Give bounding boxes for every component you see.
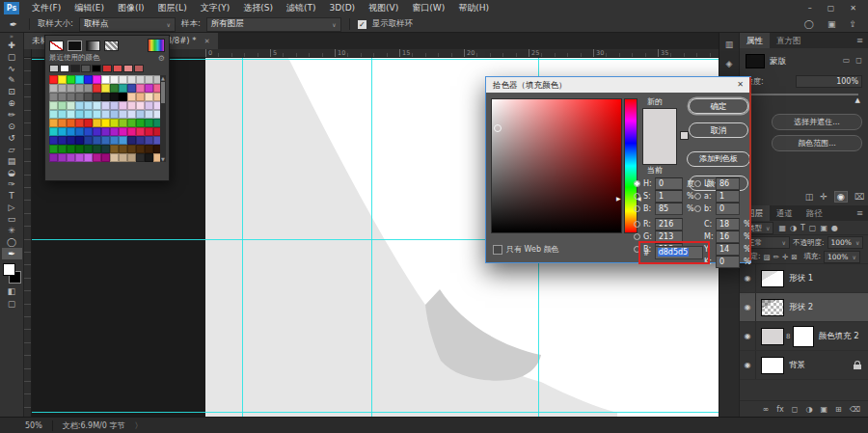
r-field[interactable]: 216 [655, 218, 683, 230]
color-swatch[interactable] [119, 145, 127, 153]
layer-row[interactable]: ◉ 形状 1 [740, 264, 868, 293]
color-swatch[interactable] [49, 75, 58, 84]
color-range-button[interactable]: 颜色范围... [772, 135, 862, 151]
density-value[interactable]: 100% [796, 75, 862, 88]
hue-slider-arrow-left[interactable]: ▶ [616, 195, 621, 202]
zoom-level[interactable]: 50% [25, 421, 42, 430]
color-swatch[interactable] [75, 75, 84, 84]
color-swatch[interactable] [75, 110, 84, 119]
color-swatch[interactable] [136, 75, 145, 84]
filter-shape-icon[interactable]: ▢ [809, 224, 817, 232]
r-radio[interactable] [634, 221, 640, 228]
zoom-tool[interactable]: ◯ [2, 236, 22, 248]
color-swatch[interactable] [84, 136, 93, 145]
clone-stamp-tool[interactable]: ⊙ [2, 121, 22, 132]
menu-item[interactable]: 窗口(W) [405, 0, 451, 16]
color-swatch[interactable] [145, 101, 153, 110]
color-swatch[interactable] [110, 145, 119, 153]
tab-channels[interactable]: 通道 [770, 205, 800, 221]
color-swatch[interactable] [110, 93, 119, 101]
swatch-scrollbar[interactable]: ▲ ▼ [160, 75, 166, 162]
color-swatch[interactable] [145, 145, 153, 153]
color-swatch[interactable] [145, 153, 153, 162]
color-swatch[interactable] [58, 153, 67, 162]
lock-move-icon[interactable]: ✛ [782, 253, 788, 261]
l-field[interactable]: 86 [716, 177, 740, 190]
color-swatch[interactable] [119, 93, 127, 101]
color-swatch[interactable] [110, 127, 119, 136]
visibility-eye-icon[interactable]: ◉ [740, 322, 756, 350]
layer-row[interactable]: ◉ 背景 [740, 351, 868, 380]
color-picker-icon[interactable] [148, 39, 165, 52]
color-swatch[interactable] [127, 127, 136, 136]
layer-thumbnail[interactable] [761, 328, 784, 345]
color-swatch[interactable] [145, 75, 153, 84]
marquee-tool[interactable]: ▢ [2, 51, 22, 63]
layer-thumbnail[interactable] [761, 299, 784, 316]
color-swatch[interactable] [119, 153, 127, 162]
color-swatch[interactable] [84, 93, 93, 101]
layer-group-icon[interactable]: ▣ [820, 405, 827, 414]
density-slider-track[interactable] [746, 94, 858, 95]
lasso-tool[interactable]: ∿ [2, 63, 22, 74]
color-swatch[interactable] [49, 110, 58, 119]
menu-item[interactable]: 选择(S) [236, 0, 280, 16]
layer-name[interactable]: 背景 [789, 360, 805, 371]
layer-row[interactable]: ◉ 形状 2 [740, 293, 868, 322]
color-swatch[interactable] [127, 93, 136, 101]
panel-menu-icon[interactable]: ≡ [856, 36, 868, 45]
filter-adjustment-icon[interactable]: ◑ [790, 224, 797, 232]
tab-histogram[interactable]: 直方图 [770, 33, 808, 48]
adjustment-layer-icon[interactable]: ◑ [805, 405, 812, 414]
color-swatch[interactable] [101, 145, 110, 153]
color-swatch[interactable] [58, 75, 67, 84]
filter-toggle-icon[interactable]: ● [831, 224, 838, 232]
menu-item[interactable]: 图像(I) [111, 0, 151, 16]
h-field[interactable]: 0 [655, 177, 683, 190]
type-tool[interactable]: T [2, 190, 22, 202]
color-swatch[interactable] [127, 136, 136, 145]
screen-mode-icon[interactable]: ▢ [0, 298, 23, 311]
show-sampling-ring-checkbox[interactable]: ✓ [358, 20, 366, 29]
web-only-checkbox[interactable] [493, 245, 502, 255]
vertical-ruler[interactable] [24, 58, 32, 417]
color-swatch[interactable] [101, 93, 110, 101]
color-swatch[interactable] [75, 93, 84, 101]
color-swatch[interactable] [49, 93, 58, 101]
color-swatch[interactable] [93, 119, 101, 127]
move-tool[interactable]: ✚ [2, 40, 22, 51]
color-swatch[interactable] [119, 127, 127, 136]
apply-mask-icon[interactable]: ✛ [820, 192, 827, 202]
crop-tool[interactable]: ⊡ [2, 86, 22, 97]
color-swatch[interactable] [49, 136, 58, 145]
m-field[interactable]: 16 [716, 230, 740, 243]
color-field-marker[interactable] [494, 124, 502, 132]
color-swatch[interactable] [110, 110, 119, 119]
color-swatch[interactable] [75, 127, 84, 136]
eraser-tool[interactable]: ▱ [2, 144, 22, 155]
g-radio[interactable] [634, 233, 640, 240]
status-expand-icon[interactable]: 〉 [134, 420, 142, 431]
web-safe-cube-icon[interactable] [680, 131, 689, 140]
select-and-mask-button[interactable]: 选择并遮住... [772, 114, 862, 130]
color-swatch[interactable] [75, 136, 84, 145]
color-swatch[interactable] [93, 84, 101, 93]
color-swatch[interactable] [136, 136, 145, 145]
color-swatch[interactable] [127, 110, 136, 119]
healing-brush-tool[interactable]: ⊕ [2, 97, 22, 109]
menu-item[interactable]: 滤镜(T) [280, 0, 323, 16]
recent-color-swatch[interactable] [102, 65, 112, 72]
color-swatch[interactable] [93, 153, 101, 162]
color-swatch[interactable] [58, 145, 67, 153]
color-swatch[interactable] [67, 101, 75, 110]
recent-color-swatch[interactable] [49, 65, 59, 72]
color-swatch[interactable] [110, 136, 119, 145]
color-swatch[interactable] [136, 145, 145, 153]
mask-link-icon[interactable]: 8 [786, 333, 790, 340]
panel-menu-icon[interactable]: ≡ [856, 208, 868, 218]
toggle-mask-eye-icon[interactable]: ◉ [834, 191, 848, 203]
menu-item[interactable]: 视图(V) [362, 0, 405, 16]
saturation-brightness-field[interactable] [491, 98, 622, 233]
color-swatch[interactable] [67, 75, 75, 84]
layer-name[interactable]: 形状 1 [789, 273, 813, 284]
